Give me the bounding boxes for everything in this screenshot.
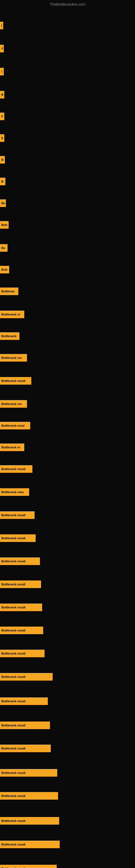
bar-label-26: Bottleneck result — [0, 581, 41, 588]
bar-label-23: Bottleneck result — [0, 511, 35, 519]
bar-row-38: Bottleneck result — [0, 865, 135, 868]
bar-row-15: Bottleneck — [0, 332, 135, 340]
bar-row-35: Bottleneck result — [0, 792, 135, 800]
bar-row-37: Bottleneck result — [0, 841, 135, 848]
bar-label-10: Bott — [0, 221, 9, 229]
bar-row-36: Bottleneck result — [0, 817, 135, 825]
bar-row-19: Bottleneck resul — [0, 422, 135, 429]
bar-row-32: Bottleneck result — [0, 721, 135, 729]
bar-label-5: F — [0, 113, 4, 120]
bar-row-33: Bottleneck result — [0, 745, 135, 752]
bar-label-11: Bo — [0, 244, 8, 252]
bar-label-7: B — [0, 156, 5, 163]
bar-label-21: Bottleneck result — [0, 465, 32, 473]
bar-row-20: Bottleneck re — [0, 443, 135, 451]
bar-label-38: Bottleneck result — [0, 865, 57, 868]
bar-label-2: F — [0, 45, 4, 52]
bar-label-8: B — [0, 178, 5, 185]
bar-row-16: Bottleneck res — [0, 354, 135, 362]
bar-row-2: F — [0, 45, 135, 52]
bar-label-27: Bottleneck result — [0, 603, 42, 611]
bar-row-34: Bottleneck result — [0, 769, 135, 777]
bar-row-3: I — [0, 68, 135, 75]
site-title: TheBottlenecker.com — [50, 2, 85, 6]
bar-label-1: | — [0, 22, 3, 29]
bar-row-14: Bottleneck re — [0, 311, 135, 318]
bar-label-31: Bottleneck result — [0, 698, 48, 705]
bar-label-6: E — [0, 134, 4, 142]
bar-label-29: Bottleneck result — [0, 650, 45, 657]
bar-row-12: Bott — [0, 266, 135, 273]
bar-label-12: Bott — [0, 266, 9, 273]
bar-label-4: B — [0, 91, 4, 98]
bar-row-22: Bottleneck resu — [0, 488, 135, 496]
bar-label-35: Bottleneck result — [0, 792, 58, 800]
bar-row-28: Bottleneck result — [0, 627, 135, 634]
bar-label-36: Bottleneck result — [0, 817, 59, 825]
bar-label-16: Bottleneck res — [0, 354, 27, 362]
bar-row-18: Bottleneck res — [0, 400, 135, 408]
bar-row-13: Bottlenec — [0, 287, 135, 295]
bar-row-30: Bottleneck result — [0, 673, 135, 681]
bar-label-9: Bo — [0, 199, 6, 207]
bar-row-25: Bottleneck result — [0, 557, 135, 565]
bar-label-20: Bottleneck re — [0, 443, 24, 451]
bar-label-17: Bottleneck result — [0, 377, 31, 384]
bar-row-21: Bottleneck result — [0, 465, 135, 473]
bar-row-6: E — [0, 134, 135, 142]
bar-row-10: Bott — [0, 221, 135, 229]
bar-row-26: Bottleneck result — [0, 581, 135, 588]
bar-row-27: Bottleneck result — [0, 603, 135, 611]
bar-row-4: B — [0, 91, 135, 98]
bar-row-11: Bo — [0, 244, 135, 252]
bar-label-3: I — [0, 68, 4, 75]
bar-label-13: Bottlenec — [0, 287, 18, 295]
bar-label-28: Bottleneck result — [0, 627, 43, 634]
bar-label-33: Bottleneck result — [0, 745, 51, 752]
bar-row-29: Bottleneck result — [0, 650, 135, 657]
bar-label-24: Bottleneck result — [0, 534, 36, 542]
bar-row-1: | — [0, 22, 135, 29]
bar-label-15: Bottleneck — [0, 332, 19, 340]
bar-row-7: B — [0, 156, 135, 163]
bar-label-25: Bottleneck result — [0, 557, 40, 565]
bar-label-34: Bottleneck result — [0, 769, 57, 777]
bar-label-37: Bottleneck result — [0, 841, 60, 848]
bar-label-22: Bottleneck resu — [0, 488, 29, 496]
bar-row-8: B — [0, 178, 135, 185]
bar-row-17: Bottleneck result — [0, 377, 135, 384]
bar-row-9: Bo — [0, 199, 135, 207]
bar-label-30: Bottleneck result — [0, 673, 53, 681]
bar-row-23: Bottleneck result — [0, 511, 135, 519]
bar-label-32: Bottleneck result — [0, 721, 50, 729]
bar-label-18: Bottleneck res — [0, 400, 27, 408]
bar-label-19: Bottleneck resul — [0, 422, 30, 429]
bar-row-24: Bottleneck result — [0, 534, 135, 542]
bar-row-5: F — [0, 113, 135, 120]
bar-row-31: Bottleneck result — [0, 698, 135, 705]
bar-label-14: Bottleneck re — [0, 311, 24, 318]
